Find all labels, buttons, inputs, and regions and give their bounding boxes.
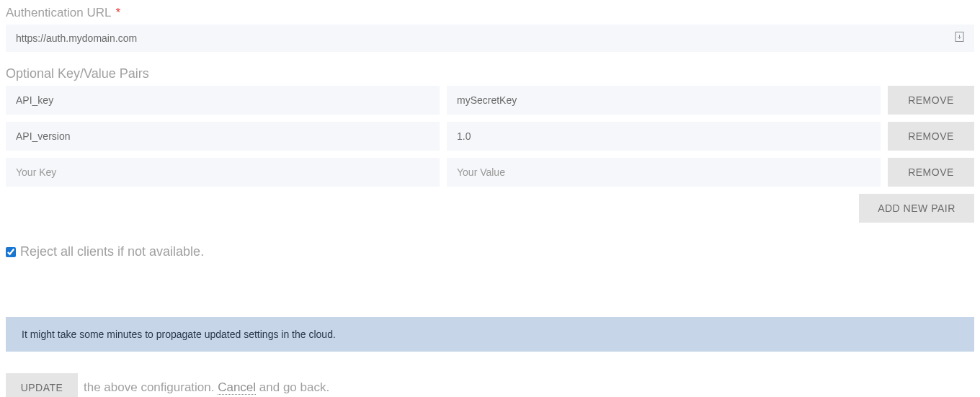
required-star: * — [116, 6, 121, 19]
kv-row: REMOVE — [6, 122, 974, 151]
auth-url-label: Authentication URL * — [6, 6, 974, 20]
kv-key-input[interactable] — [6, 86, 440, 115]
cancel-link[interactable]: Cancel — [218, 380, 256, 395]
remove-button[interactable]: REMOVE — [888, 122, 974, 151]
info-banner: It might take some minutes to propagate … — [6, 317, 974, 352]
footer-text-after: and go back. — [256, 380, 329, 394]
kv-value-input[interactable] — [447, 86, 881, 115]
update-button[interactable]: UPDATE — [6, 373, 78, 397]
kv-row: REMOVE — [6, 158, 974, 187]
reject-checkbox[interactable] — [6, 247, 16, 257]
kv-key-input[interactable] — [6, 158, 440, 187]
reject-checkbox-label[interactable]: Reject all clients if not available. — [20, 244, 204, 259]
kv-value-input[interactable] — [447, 158, 881, 187]
auth-url-input[interactable] — [6, 24, 974, 52]
kv-key-input[interactable] — [6, 122, 440, 151]
remove-button[interactable]: REMOVE — [888, 158, 974, 187]
footer-text-before: the above configuration. — [84, 380, 218, 394]
kv-section-label: Optional Key/Value Pairs — [6, 66, 974, 81]
add-new-pair-button[interactable]: ADD NEW PAIR — [859, 194, 974, 223]
kv-row: REMOVE — [6, 86, 974, 115]
kv-value-input[interactable] — [447, 122, 881, 151]
auth-url-label-text: Authentication URL — [6, 6, 111, 19]
footer-text: the above configuration. Cancel and go b… — [84, 380, 329, 395]
remove-button[interactable]: REMOVE — [888, 86, 974, 115]
